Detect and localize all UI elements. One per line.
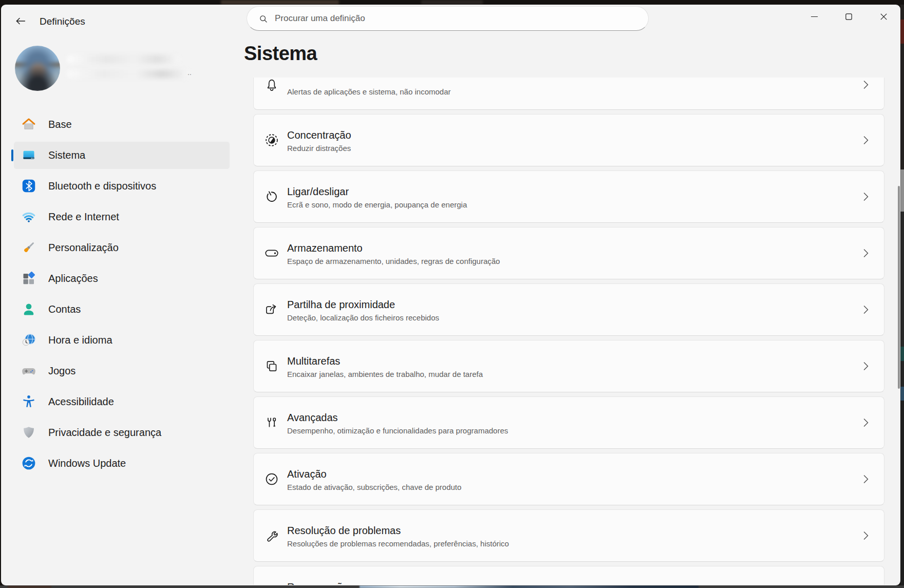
nearby-share-icon: [262, 300, 281, 319]
focus-icon: [262, 131, 281, 149]
sidebar-item-label: Contas: [48, 304, 81, 315]
card-subtitle: Encaixar janelas, ambientes de trabalho,…: [287, 370, 483, 378]
sidebar-item-acessibilidade[interactable]: Acessibilidade: [14, 388, 230, 415]
sidebar-item-contas[interactable]: Contas: [14, 296, 230, 323]
clock-globe-icon: [22, 333, 36, 347]
card-title: Resolução de problemas: [287, 525, 401, 537]
card-title: Ligar/desligar: [287, 186, 349, 198]
sidebar-item-label: Jogos: [48, 365, 76, 377]
wifi-icon: [22, 210, 36, 224]
card-title: Partilha de proximidade: [287, 299, 395, 311]
sidebar-item-label: Personalização: [48, 242, 119, 254]
sidebar-item-label: Windows Update: [48, 458, 126, 469]
sidebar-item-label: Privacidade e segurança: [48, 427, 161, 439]
background-strip: [421, 0, 483, 5]
chevron-right-icon: [858, 302, 874, 317]
user-name-redacted: [67, 55, 180, 64]
window-title: Definições: [40, 16, 85, 27]
card-concentracao[interactable]: Concentração Reduzir distrações: [253, 114, 884, 166]
card-partilha-proximidade[interactable]: Partilha de proximidade Deteção, localiz…: [253, 283, 884, 336]
accessibility-icon: [22, 394, 36, 409]
user-photo-blurred: [15, 46, 60, 91]
minimize-icon: [809, 11, 820, 22]
sidebar-item-hora-idioma[interactable]: Hora e idioma: [14, 327, 230, 354]
sidebar-item-rede[interactable]: Rede e Internet: [14, 203, 230, 231]
background-strip: [900, 387, 904, 401]
close-button[interactable]: [871, 7, 896, 26]
multitasking-icon: [262, 357, 281, 375]
storage-drive-icon: [262, 244, 281, 262]
background-strip: [900, 212, 904, 347]
scrollbar-thumb[interactable]: [898, 186, 900, 389]
search-box: [247, 6, 649, 31]
sidebar-item-aplicacoes[interactable]: Aplicações: [14, 265, 230, 292]
sidebar-item-label: Hora e idioma: [48, 334, 112, 346]
card-title: Avançadas: [287, 412, 338, 424]
card-multitarefas[interactable]: Multitarefas Encaixar janelas, ambientes…: [253, 340, 884, 392]
card-recuperacao[interactable]: Recuperação: [253, 566, 884, 585]
wrench-icon: [262, 526, 281, 545]
card-notificacoes[interactable]: Alertas de aplicações e sistema, não inc…: [253, 78, 884, 110]
background-strip: [900, 44, 904, 169]
sidebar-item-sistema[interactable]: Sistema: [14, 142, 230, 169]
chevron-right-icon: [858, 132, 874, 148]
card-ativacao[interactable]: Ativação Estado de ativação, subscrições…: [253, 453, 884, 505]
sidebar-item-label: Sistema: [48, 149, 85, 161]
card-subtitle: Espaço de armazenamento, unidades, regra…: [287, 257, 500, 265]
minimize-button[interactable]: [802, 7, 826, 26]
background-strip: [900, 361, 904, 387]
wallpaper-sliver: [8, 585, 51, 588]
recovery-icon: [262, 583, 281, 585]
sidebar-item-personalizacao[interactable]: Personalização: [14, 234, 230, 261]
sidebar-item-jogos[interactable]: Jogos: [14, 357, 230, 385]
card-subtitle: Deteção, localização dos ficheiros receb…: [287, 313, 439, 322]
sidebar-item-label: Acessibilidade: [48, 396, 114, 408]
wallpaper-sliver: [360, 585, 699, 588]
card-subtitle: Desempenho, otimização e funcionalidades…: [287, 426, 508, 435]
card-subtitle: Ecrã e sono, modo de energia, poupança d…: [287, 200, 467, 209]
chevron-right-icon: [858, 245, 874, 261]
gamepad-icon: [22, 364, 36, 378]
screen: Definições ..: [0, 0, 904, 588]
search-icon: [258, 14, 269, 24]
settings-window: Definições ..: [1, 5, 900, 585]
card-armazenamento[interactable]: Armazenamento Espaço de armazenamento, u…: [253, 227, 884, 279]
power-icon: [262, 187, 281, 206]
bluetooth-icon: [22, 179, 36, 193]
card-title: Recuperação: [287, 581, 348, 585]
card-subtitle: Estado de ativação, subscrições, chave d…: [287, 483, 461, 491]
card-subtitle: Resoluções de problemas recomendadas, pr…: [287, 539, 509, 548]
background-strip: [221, 0, 339, 5]
avatar: [15, 46, 60, 91]
background-strip: [900, 401, 904, 585]
chevron-right-icon: [858, 78, 874, 92]
card-title: Ativação: [287, 468, 327, 480]
sidebar-item-label: Rede e Internet: [48, 211, 119, 223]
page-title: Sistema: [244, 43, 317, 65]
sidebar-item-base[interactable]: Base: [14, 111, 230, 138]
card-avancadas[interactable]: Avançadas Desempenho, otimização e funci…: [253, 396, 884, 449]
sidebar-item-label: Base: [48, 119, 72, 130]
search-input[interactable]: [274, 7, 633, 30]
card-ligar-desligar[interactable]: Ligar/desligar Ecrã e sono, modo de ener…: [253, 170, 884, 223]
sidebar-item-privacidade[interactable]: Privacidade e segurança: [14, 419, 230, 446]
back-arrow-icon: [14, 15, 27, 27]
chevron-right-icon: [858, 528, 874, 543]
background-strip: [900, 20, 904, 44]
chevron-right-icon: [858, 358, 874, 374]
background-strip: [900, 5, 904, 20]
maximize-button[interactable]: [836, 7, 861, 26]
sync-icon: [22, 456, 36, 470]
tools-icon: [262, 413, 281, 432]
card-title: Concentração: [287, 129, 351, 141]
card-subtitle: Alertas de aplicações e sistema, não inc…: [287, 87, 451, 96]
redaction-dots: ..: [187, 68, 192, 77]
sidebar: Base Sistema: [1, 111, 232, 481]
back-button[interactable]: [10, 11, 31, 31]
shield-icon: [22, 425, 36, 440]
sidebar-item-bluetooth[interactable]: Bluetooth e dispositivos: [14, 173, 230, 200]
card-resolucao-problemas[interactable]: Resolução de problemas Resoluções de pro…: [253, 509, 884, 562]
sidebar-item-windows-update[interactable]: Windows Update: [14, 450, 230, 477]
display-icon: [22, 148, 36, 162]
chevron-right-icon: [858, 189, 874, 204]
